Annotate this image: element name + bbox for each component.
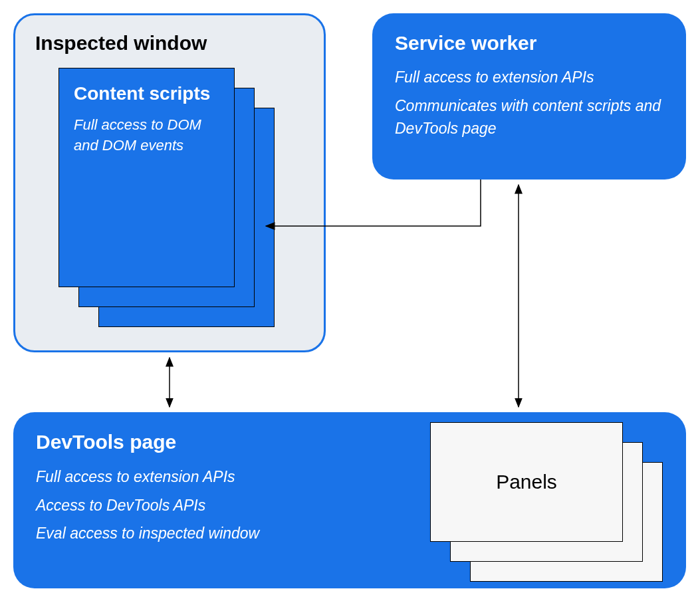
panels-label: Panels [496,471,557,493]
service-worker-desc1: Full access to extension APIs [395,66,663,88]
content-scripts-stack: Content scripts Full access to DOM and D… [58,68,265,327]
architecture-diagram: Inspected window Content scripts Full ac… [0,0,700,601]
panels-stack: Panels [430,422,656,578]
content-scripts-desc: Full access to DOM and DOM events [74,115,219,156]
service-worker-title: Service worker [395,32,663,55]
service-worker-box: Service worker Full access to extension … [372,13,686,180]
content-scripts-card-front: Content scripts Full access to DOM and D… [58,68,235,287]
inspected-window-box: Inspected window Content scripts Full ac… [13,13,326,352]
inspected-window-title: Inspected window [35,32,304,55]
content-scripts-title: Content scripts [74,82,219,105]
devtools-page-box: DevTools page Full access to extension A… [13,412,686,588]
service-worker-desc2: Communicates with content scripts and De… [395,95,663,140]
panel-card-front: Panels [430,422,623,542]
